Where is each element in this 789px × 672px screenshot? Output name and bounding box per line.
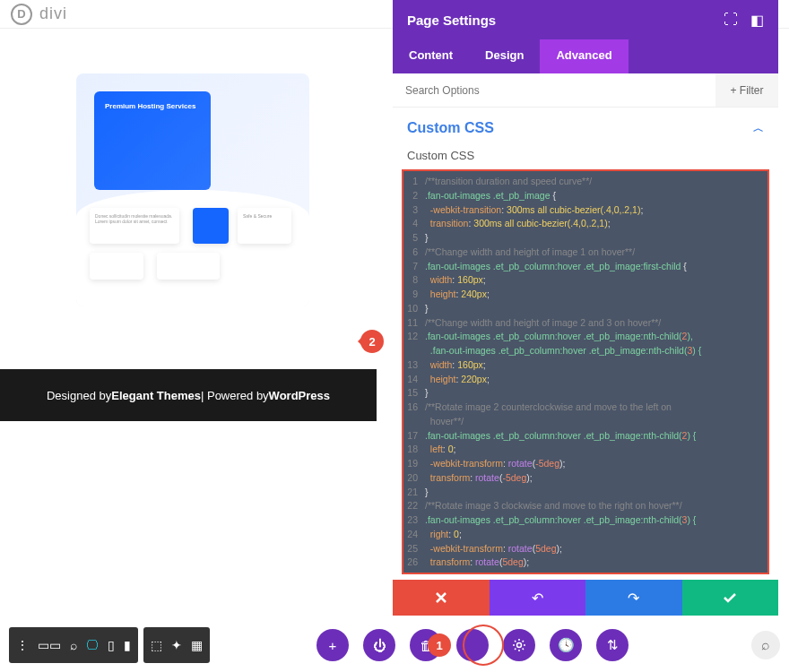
search-icon[interactable]: ⌕	[751, 631, 780, 659]
tab-content[interactable]: Content	[393, 39, 469, 73]
phone-icon[interactable]: ▮	[124, 638, 131, 652]
svg-point-0	[517, 643, 522, 648]
panel-header: Page Settings ⛶ ◧	[393, 0, 778, 39]
menu-icon[interactable]: ⋮	[16, 638, 29, 652]
page-preview: Premium Hosting Services Donec sollicitu…	[0, 29, 386, 611]
bottom-toolbar: ⋮ ▭▭ ⌕ 🖵 ▯ ▮ ⬚ ✦ ▦ + ⏻ 🗑 🕓 ⇅ ⌕	[9, 627, 780, 663]
preview-card	[157, 253, 220, 280]
chevron-up-icon: ︿	[753, 121, 764, 136]
sort-button[interactable]: ⇅	[596, 629, 629, 661]
undo-button[interactable]: ↶	[490, 580, 586, 616]
redo-button[interactable]: ↷	[585, 580, 682, 616]
zoom-icon[interactable]: ⌕	[70, 638, 77, 652]
power-button[interactable]: ⏻	[363, 629, 395, 661]
settings-button[interactable]	[503, 629, 535, 661]
save-button[interactable]	[682, 580, 779, 616]
hover-icon[interactable]: ✦	[171, 638, 182, 652]
desktop-icon[interactable]: 🖵	[86, 638, 99, 652]
hero-block: Premium Hosting Services	[94, 91, 211, 190]
badge1-button[interactable]	[456, 629, 489, 661]
panel-actions: ↶ ↷	[393, 580, 778, 616]
preview-card: Donec sollicitudin molestie malesuada. L…	[90, 208, 179, 244]
toolbar-group-left: ⋮ ▭▭ ⌕ 🖵 ▯ ▮	[9, 627, 138, 663]
page-footer: Designed by Elegant Themes | Powered by …	[0, 369, 377, 421]
filter-button[interactable]: + Filter	[715, 73, 778, 107]
preview-mockup: Premium Hosting Services Donec sollicitu…	[76, 73, 309, 306]
preview-card	[90, 253, 143, 280]
panel-title: Page Settings	[407, 13, 496, 28]
select-icon[interactable]: ⬚	[151, 638, 162, 652]
tablet-icon[interactable]: ▯	[108, 638, 115, 652]
annotation-badge-1: 1	[428, 633, 451, 657]
brand-text: divi	[39, 4, 67, 23]
subsection-label: Custom CSS	[393, 149, 778, 169]
snap-icon[interactable]: ◧	[750, 12, 764, 29]
settings-panel: Page Settings ⛶ ◧ Content Design Advance…	[393, 0, 778, 609]
section-header[interactable]: Custom CSS ︿	[393, 108, 778, 149]
footer-link-wp[interactable]: WordPress	[269, 389, 330, 402]
grid-icon[interactable]: ▦	[191, 638, 203, 652]
history-button[interactable]: 🕓	[550, 629, 582, 661]
footer-link-themes[interactable]: Elegant Themes	[111, 389, 201, 402]
tab-advanced[interactable]: Advanced	[540, 39, 628, 73]
annotation-badge-2: 2	[360, 330, 384, 353]
divi-logo-icon: D	[11, 4, 32, 25]
tab-design[interactable]: Design	[469, 39, 540, 73]
wireframe-icon[interactable]: ▭▭	[38, 638, 61, 652]
preview-card: Safe & Secure	[238, 208, 291, 244]
toolbar-group-mid: ⬚ ✦ ▦	[143, 627, 210, 663]
panel-tabs: Content Design Advanced	[393, 39, 778, 73]
css-editor[interactable]: 1/**transition duration and speed curve*…	[402, 169, 769, 574]
search-row: + Filter	[393, 73, 778, 108]
cancel-button[interactable]	[393, 580, 490, 616]
preview-card	[193, 208, 229, 244]
add-button[interactable]: +	[316, 629, 349, 661]
search-input[interactable]	[393, 73, 715, 107]
expand-icon[interactable]: ⛶	[724, 12, 738, 29]
